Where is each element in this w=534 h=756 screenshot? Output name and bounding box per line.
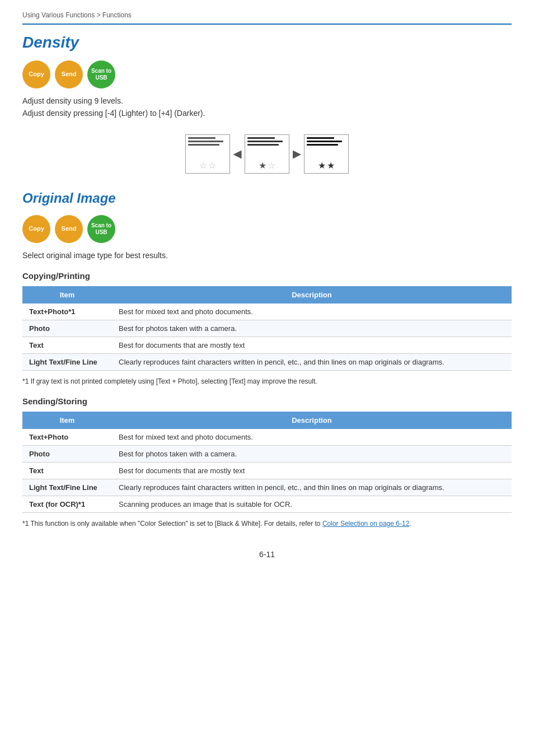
badge-copy-original: Copy: [22, 215, 50, 243]
table-row: PhotoBest for photos taken with a camera…: [22, 320, 512, 337]
star2-filled-d: ★: [327, 160, 335, 171]
original-image-desc: Select original image type for best resu…: [22, 251, 512, 260]
sending-footnote: *1 This function is only available when …: [22, 520, 512, 528]
sending-section-heading: Sending/Storing: [22, 396, 512, 406]
copying-item: Text+Photo*1: [22, 304, 112, 320]
sending-table: Item Description Text+PhotoBest for mixe…: [22, 412, 512, 513]
table-row: TextBest for documents that are mostly t…: [22, 463, 512, 479]
density-desc2: Adjust density pressing [-4] (Lighter) t…: [22, 109, 512, 118]
table-row: Text+PhotoBest for mixed text and photo …: [22, 429, 512, 446]
sending-item: Text+Photo: [22, 429, 112, 446]
sending-footnote-end: .: [409, 520, 411, 528]
sending-col-item: Item: [22, 412, 112, 429]
sending-desc: Best for mixed text and photo documents.: [112, 429, 512, 446]
badge-send-original: Send: [55, 215, 83, 243]
badge-scan-density: Scan toUSB: [87, 60, 115, 88]
sending-desc: Best for documents that are mostly text: [112, 463, 512, 479]
table-row: Text (for OCR)*1Scanning produces an ima…: [22, 496, 512, 513]
sending-item: Photo: [22, 446, 112, 463]
density-desc1: Adjust density using 9 levels.: [22, 96, 512, 105]
star1-filled: ★: [259, 160, 266, 171]
copying-desc: Best for photos taken with a camera.: [112, 320, 512, 337]
arrow-right: ▶: [293, 148, 301, 160]
table-row: PhotoBest for photos taken with a camera…: [22, 446, 512, 463]
copying-col-item: Item: [22, 286, 112, 304]
star1-empty: ☆: [199, 160, 207, 171]
density-badge-row: Copy Send Scan toUSB: [22, 60, 512, 88]
table-row: TextBest for documents that are mostly t…: [22, 337, 512, 354]
badge-copy-density: Copy: [22, 60, 50, 88]
density-box-medium: ★ ☆: [245, 134, 289, 174]
copying-section-heading: Copying/Printing: [22, 271, 512, 281]
copying-footnote: *1 If gray text is not printed completel…: [22, 377, 512, 385]
table-row: Light Text/Fine LineClearly reproduces f…: [22, 479, 512, 496]
sending-footnote-link[interactable]: Color Selection on page 6-12: [322, 520, 409, 528]
copying-item: Photo: [22, 320, 112, 337]
sending-footnote-text: *1 This function is only available when …: [22, 520, 322, 528]
copying-item: Text: [22, 337, 112, 354]
star2-empty: ☆: [208, 160, 216, 171]
density-box-dark: ★ ★: [304, 134, 349, 174]
original-image-badge-row: Copy Send Scan toUSB: [22, 215, 512, 243]
density-diagram: ☆ ☆ ◀ ★ ☆ ▶ ★ ★: [22, 134, 512, 174]
copying-table: Item Description Text+Photo*1Best for mi…: [22, 286, 512, 371]
sending-item: Text: [22, 463, 112, 479]
sending-item: Text (for OCR)*1: [22, 496, 112, 513]
copying-desc: Clearly reproduces faint characters writ…: [112, 354, 512, 371]
copying-desc: Best for documents that are mostly text: [112, 337, 512, 354]
sending-desc: Best for photos taken with a camera.: [112, 446, 512, 463]
density-title: Density: [22, 34, 512, 52]
star1-filled-d: ★: [318, 160, 326, 171]
page-number: 6-11: [22, 550, 512, 559]
density-box-light: ☆ ☆: [185, 134, 230, 174]
copying-item: Light Text/Fine Line: [22, 354, 112, 371]
sending-desc: Scanning produces an image that is suita…: [112, 496, 512, 513]
original-image-title: Original Image: [22, 190, 512, 206]
arrow-left: ◀: [233, 148, 241, 160]
copying-col-desc: Description: [112, 286, 512, 304]
star2-empty-m: ☆: [268, 160, 275, 171]
badge-send-density: Send: [55, 60, 83, 88]
table-row: Light Text/Fine LineClearly reproduces f…: [22, 354, 512, 371]
sending-desc: Clearly reproduces faint characters writ…: [112, 479, 512, 496]
sending-col-desc: Description: [112, 412, 512, 429]
sending-item: Light Text/Fine Line: [22, 479, 112, 496]
table-row: Text+Photo*1Best for mixed text and phot…: [22, 304, 512, 320]
breadcrumb: Using Various Functions > Functions: [22, 11, 512, 25]
badge-scan-original: Scan toUSB: [87, 215, 115, 243]
copying-desc: Best for mixed text and photo documents.: [112, 304, 512, 320]
